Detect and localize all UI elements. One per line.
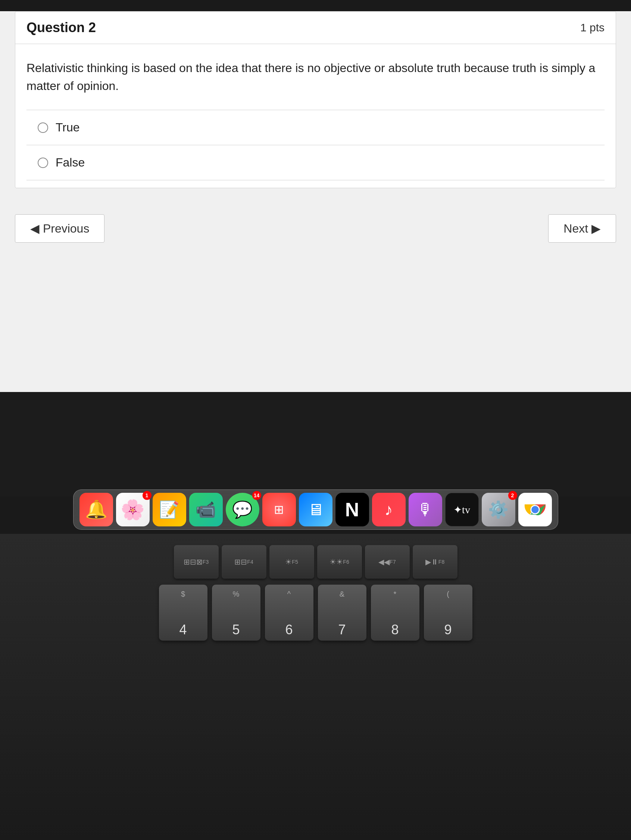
- dock: 🔔 🌸 1 📝 📹 💬 14 ⊞ 🖥 N: [73, 489, 558, 530]
- question-title: Question 2: [27, 20, 96, 35]
- svg-point-3: [532, 506, 539, 513]
- photos-icon: 🌸: [120, 498, 145, 521]
- radio-false[interactable]: [38, 158, 48, 168]
- dock-item-pages[interactable]: 📝: [153, 493, 186, 526]
- key-6[interactable]: ^ 6: [265, 585, 314, 641]
- key-f6[interactable]: ☀☀F6: [317, 545, 362, 579]
- dock-item-reminders[interactable]: 🔔: [79, 493, 113, 526]
- dark-section: [0, 392, 631, 497]
- messages-icon: 💬: [232, 500, 252, 519]
- music-icon: ♪: [385, 500, 393, 519]
- answer-option-true[interactable]: True: [27, 110, 604, 145]
- previous-button[interactable]: ◀ Previous: [15, 214, 104, 243]
- dock-item-news[interactable]: N: [336, 493, 369, 526]
- dock-item-photos[interactable]: 🌸 1: [116, 493, 150, 526]
- dock-item-launchpad[interactable]: ⊞: [262, 493, 296, 526]
- question-card: Question 2 1 pts Relativistic thinking i…: [15, 11, 616, 188]
- key-f3[interactable]: ⊞⊟⊠F3: [174, 545, 219, 579]
- appletv-icon: ✦tv: [453, 504, 470, 516]
- news-icon: N: [345, 498, 359, 521]
- photos-badge: 1: [142, 491, 151, 500]
- key-9[interactable]: ( 9: [424, 585, 472, 641]
- dock-container: 🔔 🌸 1 📝 📹 💬 14 ⊞ 🖥 N: [0, 485, 631, 534]
- key-f8[interactable]: ▶⏸F8: [413, 545, 457, 579]
- systemprefs-badge: 2: [508, 491, 517, 500]
- key-7[interactable]: & 7: [318, 585, 366, 641]
- facetime-icon: 📹: [196, 500, 216, 519]
- dock-item-keynote[interactable]: 🖥: [299, 493, 333, 526]
- dock-item-chrome[interactable]: [518, 493, 552, 526]
- podcasts-icon: 🎙: [417, 500, 434, 519]
- fn-row: ⊞⊟⊠F3 ⊞⊟F4 ☀F5 ☀☀F6 ◀◀F7 ▶⏸F8: [8, 545, 623, 579]
- key-5[interactable]: % 5: [212, 585, 260, 641]
- launchpad-icon: ⊞: [274, 502, 284, 517]
- systemprefs-icon: ⚙️: [488, 500, 509, 519]
- key-f4[interactable]: ⊞⊟F4: [222, 545, 267, 579]
- answer-option-false[interactable]: False: [27, 145, 604, 180]
- answer-true-label: True: [55, 121, 80, 134]
- number-row: $ 4 % 5 ^ 6 & 7 * 8 ( 9: [8, 585, 623, 641]
- quiz-area: Question 2 1 pts Relativistic thinking i…: [0, 11, 631, 403]
- question-pts: 1 pts: [580, 21, 604, 34]
- dock-item-facetime[interactable]: 📹: [189, 493, 223, 526]
- question-text: Relativistic thinking is based on the id…: [27, 59, 604, 95]
- nav-buttons: ◀ Previous Next ▶: [0, 199, 631, 257]
- keynote-icon: 🖥: [308, 500, 324, 519]
- key-8[interactable]: * 8: [371, 585, 420, 641]
- reminders-icon: 🔔: [85, 499, 107, 520]
- key-4[interactable]: $ 4: [159, 585, 207, 641]
- answer-false-label: False: [55, 156, 85, 169]
- pages-icon: 📝: [159, 500, 180, 519]
- question-header: Question 2 1 pts: [15, 11, 616, 44]
- dock-item-messages[interactable]: 💬 14: [226, 493, 259, 526]
- dock-item-podcasts[interactable]: 🎙: [409, 493, 442, 526]
- next-button[interactable]: Next ▶: [548, 214, 616, 243]
- messages-badge: 14: [252, 491, 261, 500]
- chrome-icon: [522, 497, 548, 523]
- question-body: Relativistic thinking is based on the id…: [15, 44, 616, 188]
- radio-true[interactable]: [38, 122, 48, 133]
- key-f7[interactable]: ◀◀F7: [365, 545, 410, 579]
- dock-item-music[interactable]: ♪: [372, 493, 405, 526]
- key-f5[interactable]: ☀F5: [270, 545, 314, 579]
- dock-item-appletv[interactable]: ✦tv: [445, 493, 479, 526]
- keyboard-area: ⊞⊟⊠F3 ⊞⊟F4 ☀F5 ☀☀F6 ◀◀F7 ▶⏸F8 $ 4 % 5 ^ …: [0, 534, 631, 840]
- dock-item-systemprefs[interactable]: ⚙️ 2: [482, 493, 515, 526]
